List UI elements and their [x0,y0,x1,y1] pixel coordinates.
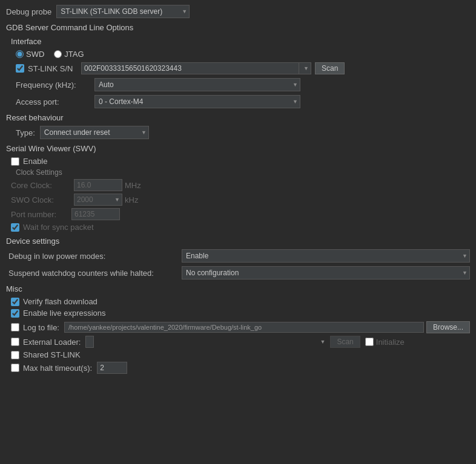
watchdog-select-wrapper: No configuration Enable Disable [182,266,470,279]
jtag-label: JTAG [64,50,84,59]
port-number-row: Port number: 61235 [11,208,470,220]
device-settings-title: Device settings [6,237,470,246]
initialize-checkbox[interactable] [365,338,374,346]
reset-behaviour-title: Reset behaviour [6,113,470,122]
debug-probe-select[interactable]: ST-LINK (ST-LINK GDB server) [56,5,190,18]
ext-loader-checkbox[interactable] [11,338,19,346]
swv-title: Serial Wire Viewer (SWV) [6,144,470,153]
swo-clock-row: SWO Clock: 2000 1000 500 250 kHz [11,194,470,206]
access-port-select-wrapper: 0 - Cortex-M4 [94,95,300,108]
interface-title: Interface [11,37,470,46]
stlink-sn-input[interactable]: 002F00333156501620323443 [81,62,299,74]
core-clock-input[interactable]: 16.0 [74,179,122,191]
jtag-radio[interactable] [54,50,62,58]
log-to-file-checkbox[interactable] [11,323,19,332]
shared-stlink-label: Shared ST-LINK [23,350,81,359]
ext-loader-select-wrapper [85,336,328,348]
reset-type-select-wrapper: Connect under reset Software reset Hardw… [40,126,149,139]
port-number-input[interactable]: 61235 [71,208,120,220]
misc-title: Misc [6,284,470,293]
frequency-select-wrapper: Auto [94,78,300,91]
low-power-select-wrapper: Enable Disable [182,249,470,263]
gdb-title: GDB Server Command Line Options [6,23,470,32]
core-clock-row: Core Clock: 16.0 MHz [11,179,470,191]
swd-label: SWD [26,50,44,59]
port-number-label: Port number: [11,210,71,219]
swd-radio[interactable] [16,50,24,58]
browse-button[interactable]: Browse... [426,321,470,333]
watchdog-select[interactable]: No configuration Enable Disable [182,266,470,279]
scan-button[interactable]: Scan [315,62,345,74]
swo-clock-select[interactable]: 2000 1000 500 250 [74,194,122,206]
ext-loader-scan-button[interactable]: Scan [330,336,360,348]
core-clock-unit: MHz [125,181,149,190]
swo-clock-label: SWO Clock: [11,195,71,204]
max-halt-label: Max halt timeout(s): [23,364,92,373]
initialize-label: Initialize [376,338,405,347]
sn-dropdown-wrapper [299,62,311,74]
wait-sync-label: Wait for sync packet [23,223,94,232]
enable-live-checkbox[interactable] [11,309,19,318]
ext-loader-label: External Loader: [23,338,81,347]
debug-probe-label: Debug probe [6,7,51,16]
swv-enable-checkbox[interactable] [11,157,19,166]
core-clock-label: Core Clock: [11,181,71,190]
ext-loader-select[interactable] [85,336,94,348]
frequency-select[interactable]: Auto [94,78,300,91]
swo-clock-select-wrapper: 2000 1000 500 250 [74,194,122,206]
reset-type-label: Type: [16,128,35,137]
max-halt-checkbox[interactable] [11,364,19,372]
clock-settings-title: Clock Settings [16,168,470,177]
access-port-label: Access port: [16,97,94,106]
stlink-sn-checkbox[interactable] [16,64,24,73]
low-power-label: Debug in low power modes: [8,252,178,261]
log-to-file-label: Log to file: [23,323,59,332]
watchdog-label: Suspend watchdog counters while halted: [8,269,178,278]
wait-sync-checkbox[interactable] [11,223,19,232]
max-halt-input[interactable]: 2 [97,362,127,374]
sn-dropdown[interactable] [299,62,311,74]
enable-live-label: Enable live expressions [23,309,106,318]
log-path-display: /home/yankee/projects/valentine_2020/fir… [64,322,424,333]
reset-type-select[interactable]: Connect under reset Software reset Hardw… [40,126,149,139]
debug-probe-select-wrapper: ST-LINK (ST-LINK GDB server) [56,5,190,18]
low-power-select[interactable]: Enable Disable [182,249,470,263]
verify-flash-checkbox[interactable] [11,298,19,306]
verify-flash-label: Verify flash download [23,297,98,306]
access-port-select[interactable]: 0 - Cortex-M4 [94,95,300,108]
swo-clock-unit: kHz [125,195,149,204]
shared-stlink-checkbox[interactable] [11,351,19,359]
swd-radio-label[interactable]: SWD [16,50,44,59]
swv-enable-label: Enable [23,157,47,166]
stlink-sn-label: ST-LINK S/N [28,64,76,73]
jtag-radio-label[interactable]: JTAG [54,50,84,59]
frequency-label: Frequency (kHz): [16,80,94,90]
